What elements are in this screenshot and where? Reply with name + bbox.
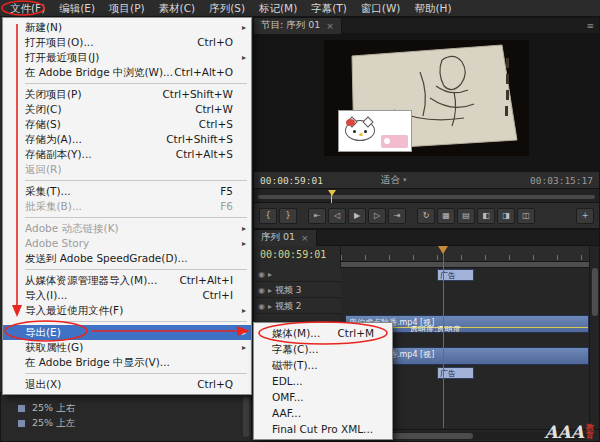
track-header-video4[interactable]: ◉ ▸: [254, 268, 341, 282]
menu-item-label: OMF...: [272, 389, 304, 405]
extract-button[interactable]: ◨: [497, 208, 515, 224]
watermark-main-text: AAA: [544, 424, 584, 440]
aaa-education-watermark: AAA 教 育: [544, 424, 594, 440]
menu-item-label: 返回(R): [25, 162, 62, 177]
kitty-head: [345, 120, 375, 141]
menu-item-close-project[interactable]: 关闭项目(P) Ctrl+Shift+W: [3, 87, 251, 102]
menu-item-save-as[interactable]: 存储为(A)... Ctrl+Shift+S: [3, 132, 251, 147]
menu-item-send-to-speedgrade[interactable]: 发送到 Adobe SpeedGrade(D)...: [3, 251, 251, 266]
work-area-bar[interactable]: [341, 262, 589, 268]
menu-item-label: 打开最近项目(J): [25, 50, 99, 65]
menubar-item-file[interactable]: 文件(F): [3, 0, 52, 17]
menu-item-export-fcp-xml[interactable]: Final Cut Pro XML...: [254, 421, 392, 437]
go-to-out-button[interactable]: ⇥: [388, 208, 406, 224]
menu-item-shortcut: Ctrl+O: [197, 35, 245, 50]
menubar-item-project[interactable]: 项目(P): [102, 0, 152, 17]
menu-item-export-aaf[interactable]: AAF...: [254, 405, 392, 421]
menu-item-new[interactable]: 新建(N) ▸: [3, 20, 251, 35]
lift-button[interactable]: ◧: [477, 208, 495, 224]
menu-item-reveal-in-bridge[interactable]: 在 Adobe Bridge 中显示(V)...: [3, 355, 251, 370]
scrubber-playhead-icon[interactable]: [328, 190, 336, 196]
menu-separator: [3, 80, 251, 87]
menu-item-save-copy[interactable]: 存储副本(Y)... Ctrl+Alt+S: [3, 147, 251, 162]
menu-separator: [3, 318, 251, 325]
menu-item-export-captions[interactable]: 字幕(C)...: [254, 341, 392, 357]
track-twirl-icon[interactable]: ▸: [268, 270, 272, 279]
menu-item-export-omf[interactable]: OMF...: [254, 389, 392, 405]
panel-menu-icon[interactable]: ≡: [581, 21, 599, 31]
chevron-down-icon: ▾: [403, 176, 407, 184]
menu-item-label: 磁带(T)...: [272, 357, 318, 373]
menu-item-export-media[interactable]: 媒体(M)... Ctrl+M: [254, 325, 392, 341]
menu-item-import[interactable]: 导入(I)... Ctrl+I: [3, 288, 251, 303]
play-button[interactable]: ▶: [348, 208, 366, 224]
add-button[interactable]: +: [576, 208, 594, 224]
monitor-controls-row: 00:00:59:01 适合 ▾ 00:03:15:17: [254, 172, 599, 188]
file-menu-dropdown: 新建(N) ▸ 打开项目(O)... Ctrl+O 打开最近项目(J) ▸ 在 …: [2, 17, 252, 395]
menu-item-import-from-media-browser[interactable]: 从媒体资源管理器导入(M)... Ctrl+Alt+I: [3, 273, 251, 288]
timeline-ruler[interactable]: [341, 246, 589, 262]
export-frame-button[interactable]: ◫: [517, 208, 535, 224]
menubar-item-edit[interactable]: 编辑(E): [52, 0, 102, 17]
menu-item-export-tape[interactable]: 磁带(T)...: [254, 357, 392, 373]
submenu-arrow-icon: ▸: [242, 50, 246, 65]
menu-item-exit[interactable]: 退出(X) Ctrl+Q: [3, 377, 251, 392]
menubar-item-marker[interactable]: 标记(M): [252, 0, 304, 17]
safe-margins-button[interactable]: ▦: [437, 208, 455, 224]
menu-item-label: 从媒体资源管理器导入(M)...: [25, 273, 157, 288]
step-forward-button[interactable]: ▷: [368, 208, 386, 224]
go-to-in-button[interactable]: ⇤: [308, 208, 326, 224]
menu-item-export-edl[interactable]: EDL...: [254, 373, 392, 389]
playhead-marker-icon[interactable]: [438, 246, 448, 254]
menu-item-browse-in-bridge[interactable]: 在 Adobe Bridge 中浏览(W)... Ctrl+Alt+O: [3, 65, 251, 80]
current-timecode[interactable]: 00:00:59:01: [260, 175, 323, 186]
track-toggle-icon[interactable]: ◉: [258, 270, 265, 279]
track-toggle-icon[interactable]: ◉: [258, 286, 265, 295]
submenu-arrow-icon: ▸: [242, 303, 246, 318]
close-icon[interactable]: ×: [301, 233, 309, 243]
menubar-item-clip[interactable]: 素材(C): [152, 0, 203, 17]
menu-item-open-recent[interactable]: 打开最近项目(J) ▸: [3, 50, 251, 65]
menu-item-label: Adobe Story: [25, 236, 89, 251]
menu-item-import-recent[interactable]: 导入最近使用文件(F) ▸: [3, 303, 251, 318]
menu-item-shortcut: Ctrl+I: [202, 288, 245, 303]
track-header-video2[interactable]: ◉ ▸ 视频 2: [254, 299, 341, 314]
output-button[interactable]: ▤: [457, 208, 475, 224]
menu-item-label: 在 Adobe Bridge 中显示(V)...: [25, 355, 170, 370]
export-submenu: 媒体(M)... Ctrl+M 字幕(C)... 磁带(T)... EDL...…: [253, 322, 393, 440]
close-icon[interactable]: ×: [326, 21, 334, 31]
project-item-1[interactable]: 25% 上右: [1, 401, 251, 416]
mark-in-button[interactable]: {: [259, 208, 277, 224]
timeline-timecode[interactable]: 00:00:59:01: [260, 249, 326, 260]
tab-program-sequence[interactable]: 节目: 序列 01 ×: [254, 18, 342, 34]
project-item-2[interactable]: 25% 上左: [1, 416, 251, 431]
monitor-scrubber[interactable]: [254, 188, 599, 202]
menu-item-save[interactable]: 存储(S) Ctrl+S: [3, 117, 251, 132]
track-toggle-icon[interactable]: ◉: [258, 302, 265, 311]
menu-item-label: 关闭项目(P): [25, 87, 82, 102]
menubar-item-help[interactable]: 帮助(H): [407, 0, 458, 17]
menu-item-shortcut: Ctrl+S: [199, 117, 245, 132]
project-scrollbar[interactable]: [243, 397, 249, 437]
menubar-item-title[interactable]: 字幕(T): [304, 0, 354, 17]
menu-item-get-properties[interactable]: 获取属性(G) ▸: [3, 340, 251, 355]
menubar-item-window[interactable]: 窗口(W): [354, 0, 408, 17]
mark-out-button[interactable]: }: [279, 208, 297, 224]
track-twirl-icon[interactable]: ▸: [268, 302, 272, 311]
tab-sequence-01[interactable]: 序列 01 ×: [254, 230, 317, 246]
menu-item-close[interactable]: 关闭(C) Ctrl+W: [3, 102, 251, 117]
scrubber-track[interactable]: [258, 195, 595, 199]
menu-item-shortcut: Ctrl+W: [195, 102, 245, 117]
step-back-button[interactable]: ◁: [328, 208, 346, 224]
loop-button[interactable]: ↻: [417, 208, 435, 224]
scrollbar-thumb[interactable]: [592, 268, 598, 316]
timeline-vertical-scrollbar[interactable]: [589, 246, 599, 429]
track-twirl-icon[interactable]: ▸: [268, 286, 272, 295]
menu-item-export[interactable]: 导出(E) ▸: [3, 325, 251, 340]
fit-dropdown[interactable]: 适合 ▾: [381, 174, 407, 187]
track-header-video3[interactable]: ◉ ▸ 视频 3: [254, 283, 341, 298]
transport-controls: { } ⇤ ◁ ▶ ▷ ⇥ ↻ ▦ ▤ ◧ ◨ ◫ +: [254, 202, 599, 228]
menu-item-open-project[interactable]: 打开项目(O)... Ctrl+O: [3, 35, 251, 50]
menu-item-capture[interactable]: 采集(T)... F5: [3, 184, 251, 199]
menubar-item-sequence[interactable]: 序列(S): [202, 0, 252, 17]
